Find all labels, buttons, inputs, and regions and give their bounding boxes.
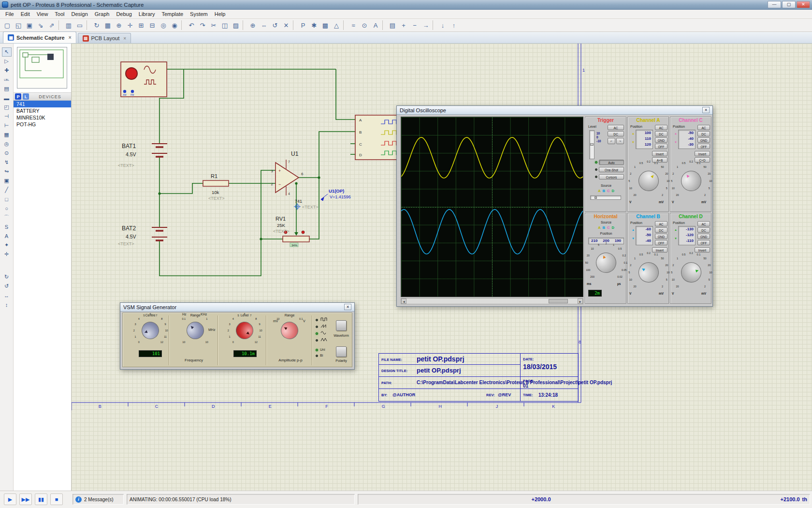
source-channel-a[interactable]: A: [598, 225, 600, 230]
channel-a-off-button[interactable]: OFF: [655, 144, 667, 149]
pan-icon[interactable]: ✛: [125, 20, 135, 30]
grid-toggle-icon[interactable]: ▦: [102, 20, 113, 30]
selection-pointer-tool[interactable]: ↖: [2, 47, 12, 57]
device-741[interactable]: 741: [14, 101, 71, 107]
text-2d-tool[interactable]: A: [2, 231, 12, 240]
channel-b-invert-button[interactable]: Invert: [652, 247, 667, 253]
packaging-tool-icon[interactable]: ▩: [320, 20, 331, 30]
import-section-icon[interactable]: ⇘: [35, 20, 46, 30]
menu-debug[interactable]: Debug: [113, 10, 135, 18]
source-channel-d[interactable]: D: [611, 225, 614, 230]
zoom-to-child-icon[interactable]: ↓: [437, 20, 448, 30]
u1-part[interactable]: 741: [295, 199, 302, 204]
voltage-probe[interactable]: [321, 194, 328, 201]
box-2d-tool[interactable]: □: [2, 194, 12, 204]
auto-button[interactable]: Auto: [599, 160, 624, 165]
zoom-all-icon[interactable]: ◎: [158, 20, 169, 30]
pause-button[interactable]: ▮▮: [35, 493, 47, 505]
menu-help[interactable]: Help: [211, 10, 229, 18]
menu-library[interactable]: Library: [135, 10, 159, 18]
channel-c-invert-button[interactable]: Invert: [695, 151, 710, 156]
source-channel-d[interactable]: D: [611, 189, 614, 193]
channel-a-position-spinner[interactable]: 100 110 120: [636, 130, 653, 149]
bat1-component[interactable]: [152, 144, 167, 157]
trigger-ac-button[interactable]: AC: [608, 125, 624, 130]
signal-generator-close-icon[interactable]: ✕: [344, 304, 351, 310]
terminal-tool[interactable]: ⊣: [2, 112, 12, 121]
channel-c-gnd-button[interactable]: GND: [697, 137, 710, 143]
channel-a-gnd-button[interactable]: GND: [655, 137, 667, 143]
sine-wave-icon[interactable]: [320, 330, 328, 335]
overview-pane[interactable]: [17, 47, 67, 89]
make-device-icon[interactable]: ✱: [309, 20, 319, 30]
scroll-right-arrow[interactable]: ▸: [578, 299, 583, 304]
new-project-icon[interactable]: ▢: [2, 20, 13, 30]
schematic-wires[interactable]: [160, 69, 355, 276]
decompose-icon[interactable]: △: [331, 20, 342, 30]
mark-output-area-icon[interactable]: ▭: [74, 20, 85, 30]
current-probe-tool[interactable]: ↬: [2, 167, 12, 176]
line-2d-tool[interactable]: ╱: [2, 185, 12, 194]
maximize-button[interactable]: ▢: [782, 1, 796, 8]
wire-autorouter-icon[interactable]: ≈: [348, 20, 359, 30]
rotate-clockwise-tool[interactable]: ↻: [2, 272, 12, 282]
cursors-button[interactable]: Cursors: [599, 174, 624, 179]
block-move-icon[interactable]: ⇔: [259, 20, 269, 30]
library-manage-button[interactable]: L: [23, 93, 29, 100]
source-channel-b[interactable]: B: [603, 189, 605, 193]
menu-tool[interactable]: Tool: [51, 10, 68, 18]
cut-icon[interactable]: ✂: [208, 20, 219, 30]
frequency-range-knob[interactable]: 100.1110: [181, 316, 209, 344]
virtual-instrument-tool[interactable]: ▣: [2, 176, 12, 185]
tab-close-icon[interactable]: ×: [123, 36, 126, 41]
channel-a-gain-knob[interactable]: 20105210.50.20.150201052: [631, 164, 666, 198]
rotate-anticlockwise-tool[interactable]: ↺: [2, 282, 12, 291]
channel-d-ac-button[interactable]: AC: [697, 221, 710, 226]
search-tag-icon[interactable]: ⊙: [359, 20, 370, 30]
position-up-arrow[interactable]: ▲: [674, 228, 677, 231]
channel-b-ac-button[interactable]: AC: [655, 221, 667, 226]
one-shot-button[interactable]: One-Shot: [599, 167, 624, 172]
mirror-y-tool[interactable]: ↕: [2, 300, 12, 309]
undo-icon[interactable]: ↶: [186, 20, 197, 30]
menu-graph[interactable]: Graph: [91, 10, 113, 18]
arc-2d-tool[interactable]: ⌒: [2, 213, 12, 222]
tab-close-icon[interactable]: ×: [69, 35, 72, 40]
device-pin-tool[interactable]: ⊢: [2, 121, 12, 130]
paste-icon[interactable]: ▨: [231, 20, 241, 30]
circle-2d-tool[interactable]: ○: [2, 204, 12, 213]
signal-generator-component[interactable]: AM FM: [121, 62, 167, 97]
channel-c-position-spinner[interactable]: -50 -40 -30: [678, 130, 696, 149]
menu-system[interactable]: System: [187, 10, 211, 18]
channel-d-gnd-button[interactable]: GND: [697, 234, 710, 239]
menu-edit[interactable]: Edit: [17, 10, 33, 18]
channel-d-invert-button[interactable]: Invert: [695, 247, 710, 253]
tape-recorder-tool[interactable]: ◎: [2, 139, 12, 149]
triangle-wave-icon[interactable]: [320, 337, 328, 342]
symbol-2d-tool[interactable]: ✦: [2, 240, 12, 250]
channel-b-dc-button[interactable]: DC: [655, 227, 667, 233]
u1-ref[interactable]: U1: [291, 150, 299, 157]
position-up-arrow[interactable]: ▲: [632, 132, 635, 135]
u1-opamp-component[interactable]: [276, 160, 299, 195]
path-2d-tool[interactable]: S: [2, 222, 12, 231]
frequency-centre-knob[interactable]: 0123456789101112: [136, 316, 164, 344]
tab-pcb-layout[interactable]: ▩ PCB Layout ×: [78, 33, 131, 43]
device-minres10k[interactable]: MINRES10K: [14, 114, 71, 121]
redraw-icon[interactable]: ↻: [91, 20, 102, 30]
channel-a-dc-button[interactable]: DC: [655, 131, 667, 136]
mirror-x-tool[interactable]: ↔: [2, 291, 12, 300]
source-channel-c[interactable]: C: [607, 189, 609, 193]
tab-schematic-capture[interactable]: ▦ Schematic Capture ×: [3, 31, 76, 43]
source-channel-b[interactable]: B: [603, 225, 605, 230]
redo-icon[interactable]: ↷: [197, 20, 208, 30]
scroll-left-arrow[interactable]: ◂: [401, 299, 406, 304]
export-section-icon[interactable]: ⇗: [46, 20, 57, 30]
bus-tool[interactable]: ▬: [2, 93, 12, 103]
source-channel-c[interactable]: C: [607, 225, 609, 230]
new-sheet-icon[interactable]: +: [398, 20, 409, 30]
trigger-level-slider[interactable]: [589, 130, 594, 159]
amplitude-level-knob[interactable]: 0123456789101112: [231, 316, 259, 344]
minimize-button[interactable]: —: [768, 1, 781, 8]
pick-devices-button[interactable]: P: [15, 93, 21, 100]
